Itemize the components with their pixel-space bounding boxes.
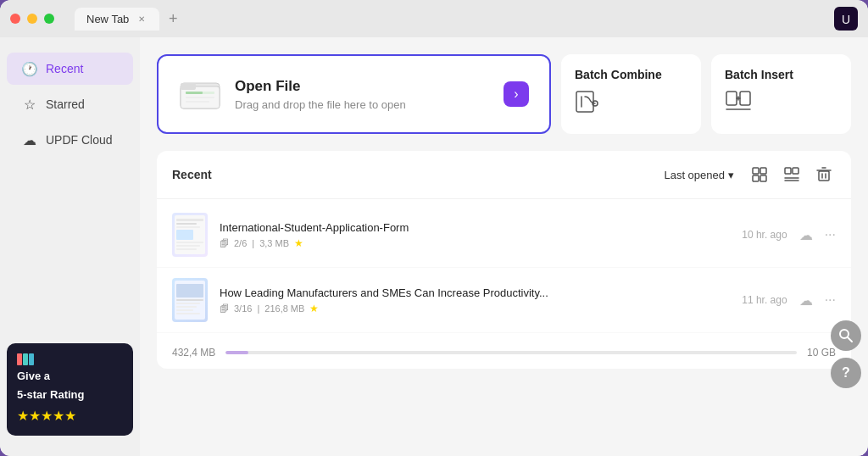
svg-rect-43 [176,309,193,311]
open-file-arrow[interactable]: › [504,81,529,107]
page-icon: 🗐 [220,238,229,248]
file-pages: 2/6 [234,238,247,248]
list-view-button[interactable] [780,163,804,186]
svg-rect-11 [186,101,209,103]
svg-rect-25 [819,171,829,181]
file-item[interactable]: How Leading Manufacturers and SMEs Can I… [157,268,851,333]
file-time: 11 hr. ago [742,294,787,306]
svg-text:U: U [842,13,850,26]
svg-rect-7 [181,83,196,90]
more-options-button[interactable]: ··· [825,227,836,242]
tab-close-button[interactable]: ✕ [136,13,147,25]
storage-used: 432,4 MB [172,347,215,359]
batch-insert-card[interactable]: Batch Insert [711,54,851,134]
main-layout: 🕐 Recent ☆ Starred ☁ UPDF Cloud [0,37,868,456]
svg-rect-21 [785,168,791,174]
content-area: Open File Drag and drop the file here to… [140,37,868,456]
grid-view-button[interactable] [748,163,771,186]
file-meta: 🗐 2/6 | 3,3 MB ★ [220,237,730,249]
svg-rect-18 [760,168,766,174]
tab-new[interactable]: New Tab ✕ [75,8,159,31]
svg-rect-4 [29,353,34,365]
question-mark-icon: ? [842,365,850,381]
svg-rect-9 [186,92,203,94]
storage-progress-bar [225,351,797,354]
recent-section-title: Recent [172,168,664,181]
app-window: New Tab ✕ + U 🕐 Recent ☆ Starred ☁ [0,0,868,456]
file-size: 216,8 MB [264,303,304,314]
floating-buttons: ? [831,320,861,388]
filter-label: Last opened [664,169,725,181]
svg-rect-19 [753,175,759,181]
file-pages: 3/16 [234,303,252,314]
svg-rect-14 [726,92,737,105]
recent-header: Recent Last opened ▾ [157,151,851,199]
storage-fill [225,351,248,354]
batch-combine-title: Batch Combine [575,68,662,81]
svg-rect-2 [17,353,22,365]
promo-box[interactable]: Give a 5-star Rating ★★★★★ [7,343,133,436]
promo-stars: ★★★★★ [17,407,123,425]
svg-rect-10 [186,97,214,98]
recent-filter-dropdown[interactable]: Last opened ▾ [664,169,734,181]
minimize-button[interactable] [27,14,37,24]
cloud-sync-icon: ☁ [799,292,813,309]
svg-rect-35 [176,242,203,243]
maximize-button[interactable] [44,14,54,24]
new-tab-button[interactable]: + [163,8,183,29]
star-badge: ★ [309,303,319,314]
svg-rect-34 [176,230,193,240]
file-thumbnail [172,213,208,257]
svg-rect-15 [740,92,750,105]
recent-controls [748,163,836,186]
batch-insert-title: Batch Insert [725,68,793,81]
batch-insert-icon [725,88,752,120]
cloud-icon: ☁ [22,132,37,147]
svg-rect-39 [176,284,203,298]
svg-rect-36 [176,245,200,247]
sidebar-item-recent[interactable]: 🕐 Recent [7,53,133,85]
promo-line2: 5-star Rating [17,387,123,403]
sidebar: 🕐 Recent ☆ Starred ☁ UPDF Cloud [0,37,140,456]
file-item[interactable]: International-Student-Application-Form 🗐… [157,203,851,268]
sidebar-item-starred[interactable]: ☆ Starred [7,88,133,120]
batch-combine-icon [575,88,602,120]
cloud-sync-icon: ☁ [799,227,813,243]
svg-line-46 [848,337,852,342]
svg-rect-33 [176,226,200,228]
close-button[interactable] [10,14,20,24]
page-icon: 🗐 [220,303,229,314]
sidebar-starred-label: Starred [46,97,85,111]
tab-bar: New Tab ✕ + [75,8,858,31]
app-logo: U [834,7,858,31]
recent-section: Recent Last opened ▾ [157,151,851,369]
open-file-card[interactable]: Open File Drag and drop the file here to… [157,54,551,134]
svg-rect-31 [176,219,203,221]
svg-rect-44 [176,313,200,314]
svg-rect-17 [753,168,759,174]
sidebar-recent-label: Recent [46,62,83,75]
search-float-button[interactable] [831,320,861,351]
file-meta: 🗐 3/16 | 216,8 MB ★ [220,303,730,314]
batch-combine-card[interactable]: Batch Combine [561,54,701,134]
svg-rect-37 [176,248,197,250]
delete-button[interactable] [812,163,836,186]
svg-rect-40 [176,299,203,301]
promo-line1: Give a [17,369,123,384]
more-options-button[interactable]: ··· [825,292,836,308]
file-name: International-Student-Application-Form [220,221,730,234]
help-float-button[interactable]: ? [831,358,861,388]
svg-rect-32 [176,223,197,225]
svg-rect-3 [23,353,28,365]
folder-icon [179,73,221,115]
sidebar-item-cloud[interactable]: ☁ UPDF Cloud [7,124,133,156]
promo-area: Give a 5-star Rating ★★★★★ [0,336,140,442]
open-file-text: Open File Drag and drop the file here to… [235,78,490,111]
sidebar-cloud-label: UPDF Cloud [46,133,113,147]
chevron-down-icon: ▾ [728,169,734,181]
svg-rect-20 [760,175,766,181]
file-info: International-Student-Application-Form 🗐… [220,221,730,249]
file-name: How Leading Manufacturers and SMEs Can I… [220,286,730,299]
traffic-lights [10,14,54,24]
open-file-title: Open File [235,78,490,95]
